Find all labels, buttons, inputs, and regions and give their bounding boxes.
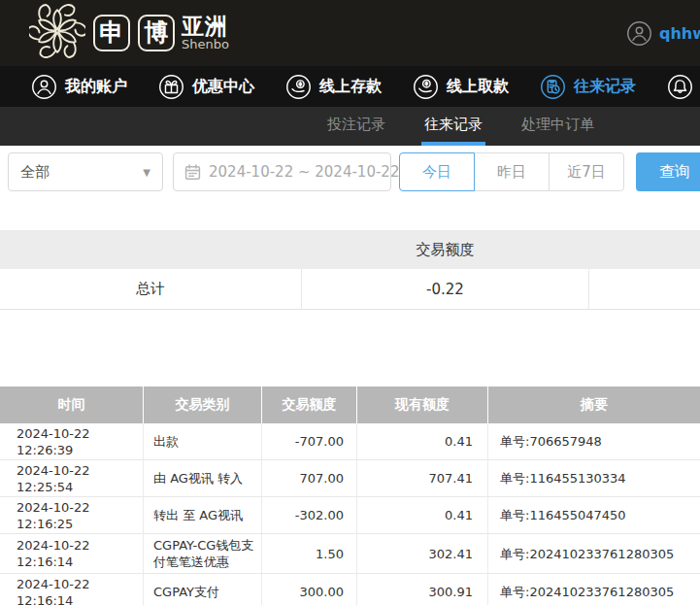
summary-header-row: 交易额度 bbox=[0, 230, 700, 269]
summary-header-label: 交易额度 bbox=[301, 241, 589, 259]
cell-summary: 单号:202410233761280305 bbox=[488, 574, 700, 605]
cell-summary: 单号:116455047450 bbox=[488, 497, 700, 533]
cell-amount: -302.00 bbox=[262, 497, 357, 533]
page: 申 博 亚洲 Shenbo qhhw2 我的账户 bbox=[0, 0, 700, 605]
brand-char-shen: 申 bbox=[93, 15, 130, 51]
summary-table: 交易额度 总计 -0.22 bbox=[0, 230, 700, 310]
gift-circle-icon bbox=[158, 74, 184, 100]
cell-type: CGPAY-CG钱包支付笔笔送优惠 bbox=[144, 534, 262, 573]
cell-amount: 1.50 bbox=[262, 534, 357, 573]
tab-transaction-records[interactable]: 往来记录 bbox=[421, 107, 485, 146]
withdraw-hand-coin-icon bbox=[413, 74, 439, 100]
username[interactable]: qhhw2 bbox=[659, 24, 700, 43]
bell-circle-icon bbox=[667, 74, 693, 100]
deposit-hand-coin-icon bbox=[285, 74, 312, 100]
cell-balance: 300.91 bbox=[357, 574, 488, 605]
records-header-row: 时间 交易类别 交易额度 现有额度 摘要 bbox=[0, 387, 700, 423]
nav-item-online-withdraw[interactable]: 线上取款 bbox=[413, 74, 509, 100]
nav-label: 往来记录 bbox=[574, 77, 636, 97]
cell-balance: 707.41 bbox=[357, 460, 488, 496]
cell-type: CGPAY支付 bbox=[144, 574, 262, 605]
summary-total-row: 总计 -0.22 bbox=[0, 269, 700, 310]
category-select-value: 全部 bbox=[20, 163, 50, 182]
lotus-logo-icon bbox=[29, 3, 85, 63]
brand-text: 亚洲 Shenbo bbox=[182, 15, 229, 51]
date-range-input[interactable]: 2024-10-22 ~ 2024-10-22 bbox=[173, 152, 391, 191]
brand-subtitle: Shenbo bbox=[182, 38, 229, 51]
cell-time: 2024-10-22 12:16:14 bbox=[0, 534, 144, 573]
main-nav: 我的账户 优惠中心 线上存款 线上取款 往来记录 bbox=[0, 66, 700, 107]
nav-item-transaction-records[interactable]: 往来记录 bbox=[540, 74, 636, 100]
nav-label: 我的账户 bbox=[65, 77, 127, 97]
nav-label: 优惠中心 bbox=[192, 77, 254, 97]
column-header-type: 交易类别 bbox=[144, 387, 262, 423]
user-avatar-icon bbox=[626, 20, 652, 47]
cell-time: 2024-10-22 12:26:39 bbox=[0, 423, 144, 459]
nav-label: 线上存款 bbox=[319, 77, 382, 97]
cell-time: 2024-10-22 12:16:14 bbox=[0, 574, 144, 605]
yesterday-button[interactable]: 昨日 bbox=[474, 152, 550, 191]
brand-region: 亚洲 bbox=[182, 15, 229, 38]
calendar-icon bbox=[184, 164, 201, 181]
column-header-summary: 摘要 bbox=[488, 387, 700, 423]
table-row: 2024-10-22 12:16:14 CGPAY支付 300.00 300.9… bbox=[0, 574, 700, 605]
table-row: 2024-10-22 12:16:25 转出 至 AG视讯 -302.00 0.… bbox=[0, 497, 700, 534]
last7days-button[interactable]: 近7日 bbox=[549, 152, 624, 191]
today-button[interactable]: 今日 bbox=[399, 152, 475, 191]
records-table: 时间 交易类别 交易额度 现有额度 摘要 2024-10-22 12:26:39… bbox=[0, 387, 700, 605]
cell-amount: 300.00 bbox=[262, 574, 357, 605]
cell-summary: 单号:116455130334 bbox=[488, 460, 700, 496]
nav-item-promotions[interactable]: 优惠中心 bbox=[158, 74, 254, 100]
table-row: 2024-10-22 12:25:54 由 AG视讯 转入 707.00 707… bbox=[0, 460, 700, 497]
cell-type: 出款 bbox=[144, 423, 262, 459]
brand-char-bo: 博 bbox=[138, 15, 175, 51]
nav-item-messages[interactable]: 信息 bbox=[667, 74, 700, 100]
category-select[interactable]: 全部 ▼ bbox=[8, 152, 163, 191]
date-range-value: 2024-10-22 ~ 2024-10-22 bbox=[209, 163, 399, 181]
filter-bar: 全部 ▼ 2024-10-22 ~ 2024-10-22 今日 昨日 近7日 查… bbox=[8, 152, 700, 191]
cell-amount: 707.00 bbox=[262, 460, 357, 496]
column-header-amount: 交易额度 bbox=[262, 387, 357, 423]
chevron-down-icon: ▼ bbox=[143, 167, 150, 178]
sub-nav: 投注记录 往来记录 处理中订单 bbox=[0, 107, 700, 146]
summary-total-label: 总计 bbox=[0, 280, 301, 298]
cell-summary: 单号:706657948 bbox=[488, 423, 700, 459]
cell-balance: 302.41 bbox=[357, 534, 488, 573]
column-header-balance: 现有额度 bbox=[357, 387, 488, 423]
column-header-time: 时间 bbox=[0, 387, 144, 423]
account-widget[interactable]: qhhw2 bbox=[626, 20, 700, 47]
cell-amount: -707.00 bbox=[262, 423, 357, 459]
quick-date-group: 今日 昨日 近7日 bbox=[399, 152, 624, 191]
tab-processing-orders[interactable]: 处理中订单 bbox=[518, 107, 597, 146]
table-row: 2024-10-22 12:16:14 CGPAY-CG钱包支付笔笔送优惠 1.… bbox=[0, 534, 700, 574]
user-circle-icon bbox=[31, 74, 57, 100]
nav-item-my-account[interactable]: 我的账户 bbox=[31, 74, 127, 100]
cell-time: 2024-10-22 12:25:54 bbox=[0, 460, 144, 496]
top-bar: 申 博 亚洲 Shenbo qhhw2 bbox=[0, 0, 700, 66]
cell-summary: 单号:202410233761280305 bbox=[488, 534, 700, 573]
nav-item-online-deposit[interactable]: 线上存款 bbox=[285, 74, 382, 100]
records-clipboard-clock-icon bbox=[540, 74, 566, 100]
cell-time: 2024-10-22 12:16:25 bbox=[0, 497, 144, 533]
summary-total-value: -0.22 bbox=[301, 269, 589, 310]
summary-empty-cell bbox=[589, 269, 700, 310]
cell-balance: 0.41 bbox=[357, 497, 488, 533]
search-button[interactable]: 查询 bbox=[636, 152, 700, 191]
cell-type: 转出 至 AG视讯 bbox=[144, 497, 262, 533]
table-row: 2024-10-22 12:26:39 出款 -707.00 0.41 单号:7… bbox=[0, 423, 700, 460]
cell-type: 由 AG视讯 转入 bbox=[144, 460, 262, 496]
cell-balance: 0.41 bbox=[357, 423, 488, 459]
tab-betting-records[interactable]: 投注记录 bbox=[324, 107, 388, 146]
nav-label: 线上取款 bbox=[447, 77, 509, 97]
